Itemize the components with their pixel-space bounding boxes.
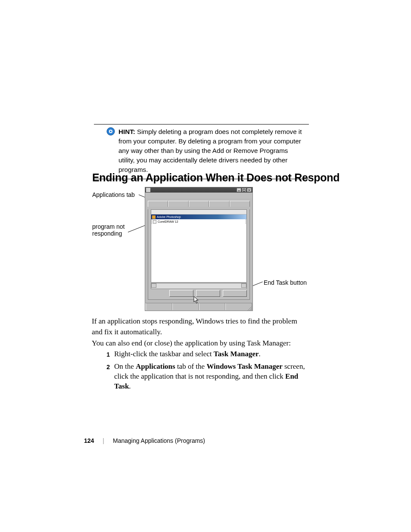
horizontal-scrollbar[interactable]	[151, 283, 247, 289]
tab-applications[interactable]	[148, 201, 168, 207]
page-number: 124	[84, 437, 94, 444]
applications-list[interactable]: Adobe Photoshop CorelDRAW 12	[151, 209, 247, 283]
menubar[interactable]	[145, 193, 252, 198]
step-1: 1 Right-click the taskbar and select Tas…	[100, 349, 310, 360]
hint-text: HINT: Simply deleting a program does not…	[118, 127, 305, 174]
tab-users[interactable]	[230, 201, 250, 207]
task-manager-window: Adobe Photoshop CorelDRAW 12	[145, 187, 253, 311]
list-item-selected[interactable]: Adobe Photoshop	[151, 215, 246, 219]
resize-grip-icon[interactable]	[247, 305, 252, 310]
callout-not-responding: program not responding	[92, 223, 131, 237]
maximize-button[interactable]	[242, 188, 246, 192]
step-number: 2	[100, 361, 110, 391]
applications-panel: Adobe Photoshop CorelDRAW 12	[148, 209, 250, 300]
section-heading: Ending an Application When it Does not R…	[92, 171, 339, 184]
step-number: 1	[100, 349, 110, 360]
system-menu-icon	[146, 188, 150, 192]
footer-separator: |	[103, 437, 104, 444]
close-button[interactable]	[247, 188, 252, 192]
task-manager-figure: Adobe Photoshop CorelDRAW 12	[145, 187, 253, 311]
svg-rect-7	[243, 189, 245, 191]
step-2: 2 On the Applications tab of the Windows…	[100, 361, 310, 391]
tab-processes[interactable]	[168, 201, 188, 207]
app-icon	[153, 220, 156, 224]
footer-section-title: Managing Applications (Programs)	[113, 437, 205, 444]
app-icon	[152, 215, 156, 219]
page-footer: 124 | Managing Applications (Programs)	[84, 437, 205, 444]
status-bar	[146, 303, 252, 310]
tab-strip	[148, 201, 250, 207]
tab-networking[interactable]	[209, 201, 229, 207]
list-header[interactable]	[151, 210, 246, 215]
new-task-button[interactable]	[223, 290, 247, 297]
list-item[interactable]: CorelDRAW 12	[152, 219, 246, 224]
svg-line-12	[251, 310, 252, 311]
switch-to-button[interactable]	[196, 290, 220, 297]
callout-applications-tab: Applications tab	[92, 191, 135, 198]
minimize-button[interactable]	[237, 188, 241, 192]
callout-end-task: End Task button	[264, 279, 307, 286]
svg-point-2	[110, 131, 112, 132]
hint-box: HINT: Simply deleting a program does not…	[94, 124, 309, 179]
numbered-steps: 1 Right-click the taskbar and select Tas…	[100, 347, 310, 391]
scroll-left-button[interactable]	[151, 283, 156, 288]
scroll-right-button[interactable]	[241, 283, 246, 288]
body-paragraph: If an application stops responding, Wind…	[92, 316, 309, 337]
end-task-button[interactable]	[169, 290, 193, 297]
hint-icon	[106, 127, 115, 137]
titlebar	[145, 187, 252, 193]
tab-performance[interactable]	[189, 201, 209, 207]
